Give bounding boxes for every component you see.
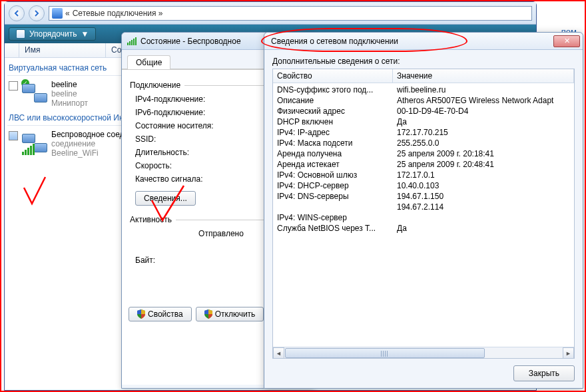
cell-value: wifi.beeline.ru [393, 85, 574, 95]
details-button[interactable]: Сведения... [135, 191, 196, 206]
cell-property: DNS-суффикс этого под... [273, 85, 393, 95]
cell-property: IPv4: DNS-серверы [273, 192, 393, 201]
network-icon [52, 8, 63, 19]
details-title-bar[interactable]: Сведения о сетевом подключении ✕ [264, 33, 583, 50]
table-row[interactable]: 194.67.2.114 [273, 202, 574, 212]
cell-property: IPv4: Основной шлюз [273, 170, 393, 180]
explorer-toolbar: « Сетевые подключения » [5, 2, 536, 25]
details-title: Сведения о сетевом подключении [271, 37, 398, 46]
lbl-ipv6: IPv6-подключение: [135, 107, 235, 118]
table-row[interactable]: Служба NetBIOS через T...Да [273, 223, 574, 234]
table-row[interactable]: Аренда истекает25 апреля 2009 г. 20:48:4… [273, 159, 574, 170]
table-row[interactable]: Аренда получена25 апреля 2009 г. 20:18:4… [273, 148, 574, 159]
table-body: DNS-суффикс этого под...wifi.beeline.ruО… [273, 83, 574, 347]
table-row[interactable]: Физический адрес00-1D-D9-4E-70-D4 [273, 106, 574, 116]
signal-bars-icon [22, 144, 35, 155]
wireless-icon [22, 130, 47, 155]
table-row[interactable]: IPv4: WINS-сервер [273, 212, 574, 223]
cell-value: Да [393, 224, 574, 233]
group-activity: Активность [129, 215, 176, 224]
table-row[interactable]: ОписаниеAtheros AR5007EG Wireless Networ… [273, 95, 574, 106]
lbl-speed: Скорость: [135, 160, 235, 171]
shield-icon [137, 309, 145, 319]
lbl-ssid: SSID: [135, 134, 235, 144]
cell-value: 10.40.0.103 [393, 181, 574, 190]
name-column[interactable]: Имя [19, 43, 106, 57]
item-name: beeline [51, 80, 88, 89]
cell-value: 194.67.2.114 [393, 202, 574, 212]
item-checkbox[interactable] [9, 81, 18, 91]
cell-property: Аренда истекает [273, 160, 393, 169]
lbl-media: Состояние носителя: [135, 120, 235, 131]
close-button[interactable]: Закрыть [513, 365, 575, 381]
item-checkbox[interactable] [9, 131, 18, 140]
cell-property: IPv4: IP-адрес [273, 128, 393, 137]
cell-property [273, 202, 393, 212]
item-line2: beeline [51, 89, 88, 98]
back-button[interactable] [9, 5, 25, 21]
table-row[interactable]: IPv4: IP-адрес172.17.70.215 [273, 127, 574, 138]
table-row[interactable]: IPv4: Основной шлюз172.17.0.1 [273, 170, 574, 180]
lbl-bytes: Байт: [135, 255, 235, 266]
properties-button[interactable]: Свойства [129, 307, 192, 321]
cell-value: 172.17.0.1 [393, 170, 574, 180]
disable-button[interactable]: Отключить [196, 307, 264, 321]
horizontal-scrollbar[interactable]: ◄ ► [273, 347, 574, 358]
lbl-duration: Длительность: [135, 147, 235, 158]
group-connection: Подключение [129, 81, 184, 90]
shield-icon [204, 309, 212, 319]
table-row[interactable]: IPv4: DNS-серверы194.67.1.150 [273, 191, 574, 202]
cell-value: 172.17.70.215 [393, 128, 574, 137]
cell-value: Atheros AR5007EG Wireless Network Adapt [393, 96, 574, 105]
cell-property: Аренда получена [273, 149, 393, 158]
cell-value: 194.67.1.150 [393, 192, 574, 201]
connection-details-window: Сведения о сетевом подключении ✕ Дополни… [264, 32, 583, 389]
col-property[interactable]: Свойство [273, 69, 393, 83]
cell-value: 00-1D-D9-4E-70-D4 [393, 106, 574, 116]
cell-value [393, 213, 574, 222]
signal-icon [127, 37, 137, 45]
tab-general[interactable]: Общие [127, 55, 170, 69]
scroll-thumb[interactable] [285, 348, 485, 358]
cell-property: DHCP включен [273, 117, 393, 126]
cell-value: 255.255.0.0 [393, 138, 574, 148]
cell-property: Служба NetBIOS через T... [273, 224, 393, 233]
table-row[interactable]: IPv4: DHCP-сервер10.40.0.103 [273, 180, 574, 191]
address-bar[interactable]: « Сетевые подключения » [49, 6, 532, 21]
cell-value: 25 апреля 2009 г. 20:18:41 [393, 149, 574, 158]
scroll-left-icon[interactable]: ◄ [273, 347, 284, 359]
status-title: Состояние - Беспроводное [141, 37, 241, 46]
cell-value: 25 апреля 2009 г. 20:48:41 [393, 160, 574, 169]
organize-button[interactable]: Упорядочить ▼ [9, 27, 96, 41]
cell-property: Описание [273, 96, 393, 105]
cell-value: Да [393, 117, 574, 126]
col-value[interactable]: Значение [393, 69, 574, 83]
lbl-sent: Отправлено [198, 228, 244, 239]
organize-icon [16, 29, 25, 39]
checkbox-column[interactable] [5, 43, 19, 57]
item-line3: Минипорт [51, 98, 88, 108]
details-subtitle: Дополнительные сведения о сети: [272, 57, 575, 66]
address-text: Сетевые подключения » [73, 9, 163, 18]
forward-button[interactable] [29, 5, 45, 21]
window-close-button[interactable]: ✕ [553, 35, 580, 47]
cell-property: IPv4: DHCP-сервер [273, 181, 393, 190]
cell-property: Физический адрес [273, 106, 393, 116]
cell-property: IPv4: WINS-сервер [273, 213, 393, 222]
connection-icon: ✓ [22, 80, 47, 105]
cell-property: IPv4: Маска подсети [273, 138, 393, 148]
table-row[interactable]: IPv4: Маска подсети255.255.0.0 [273, 138, 574, 148]
scroll-right-icon[interactable]: ► [563, 347, 574, 359]
table-row[interactable]: DHCP включенДа [273, 116, 574, 127]
lbl-ipv4: IPv4-подключение: [135, 94, 235, 104]
dropdown-icon: ▼ [81, 29, 89, 39]
table-row[interactable]: DNS-суффикс этого под...wifi.beeline.ru [273, 85, 574, 95]
properties-table: Свойство Значение DNS-суффикс этого под.… [272, 69, 575, 359]
lbl-signal: Качество сигнала: [135, 174, 235, 184]
